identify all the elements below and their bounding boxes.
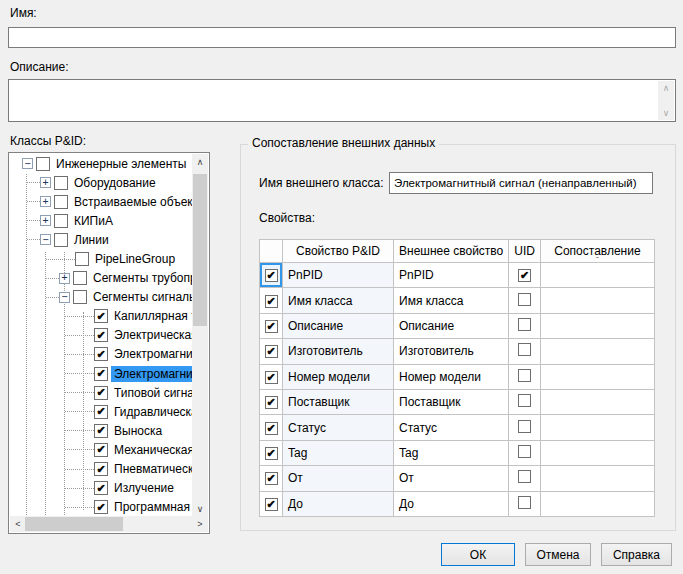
tree-item-checkbox[interactable]: ✔ (94, 386, 108, 400)
tree-item-checkbox[interactable] (54, 233, 68, 247)
expand-icon[interactable]: + (59, 273, 70, 284)
tree-item-checkbox[interactable]: ✔ (94, 309, 108, 323)
mapping-cell[interactable] (540, 491, 654, 516)
mapping-cell[interactable] (540, 389, 654, 414)
external-property-cell[interactable]: PnPID (394, 263, 509, 288)
tree-item-checkbox[interactable]: ✔ (94, 347, 108, 361)
tree-item[interactable]: ✔Механическая связь (10, 440, 194, 459)
tree-item[interactable]: ✔Программная лини (10, 498, 194, 517)
tree-item[interactable]: ✔Гидравлическая лин (10, 402, 194, 421)
ok-button[interactable]: ОК (441, 543, 515, 566)
mapping-cell[interactable] (540, 288, 654, 313)
mapping-cell[interactable] (540, 339, 654, 364)
mapping-cell[interactable] (540, 263, 654, 288)
pid-property-cell[interactable]: Имя класса (283, 288, 394, 313)
column-header[interactable]: Сопоставлениеˇ (540, 240, 654, 263)
mapping-cell[interactable] (540, 313, 654, 338)
mapping-cell[interactable] (540, 440, 654, 465)
tree-item-checkbox[interactable]: ✔ (94, 328, 108, 342)
tree-item[interactable]: +Встраиваемые объекты (10, 192, 194, 211)
tree-item-label[interactable]: Гидравлическая лин (111, 404, 194, 420)
external-property-cell[interactable]: Поставщик (394, 389, 509, 414)
tree-item[interactable]: +КИПиА (10, 211, 194, 230)
tree-item[interactable]: +Сегменты трубопровод (10, 269, 194, 288)
tree-item[interactable]: ✔Типовой сигнал (10, 383, 194, 402)
tree-item[interactable]: ✔Капиллярная трубка (10, 307, 194, 326)
uid-checkbox[interactable] (518, 343, 531, 356)
tree-item-label[interactable]: Сегменты сигнальной л (90, 289, 194, 305)
row-enabled-checkbox[interactable]: ✔ (265, 269, 278, 282)
tree-item-checkbox[interactable] (54, 176, 68, 190)
pid-property-cell[interactable]: Поставщик (283, 389, 394, 414)
tree-item-checkbox[interactable]: ✔ (94, 424, 108, 438)
mapping-cell[interactable] (540, 364, 654, 389)
tree-item-checkbox[interactable]: ✔ (94, 500, 108, 514)
tree-item-checkbox[interactable] (73, 290, 87, 304)
scrollbar-thumb[interactable] (25, 517, 123, 531)
tree-item-checkbox[interactable] (36, 157, 50, 171)
column-header[interactable]: Свойство P&ID (283, 240, 394, 263)
tree-item[interactable]: ✔Излучение (10, 479, 194, 498)
tree-item-checkbox[interactable]: ✔ (94, 367, 108, 381)
tree-horizontal-scrollbar[interactable]: < > (10, 516, 208, 532)
tree-item-label[interactable]: Программная лини (111, 499, 194, 515)
row-enabled-checkbox[interactable]: ✔ (265, 396, 278, 409)
scroll-down-icon[interactable]: ∨ (192, 501, 208, 517)
row-enabled-checkbox[interactable]: ✔ (265, 498, 278, 511)
tree-item-label[interactable]: Электромагнитный (111, 346, 194, 362)
row-enabled-checkbox[interactable]: ✔ (265, 422, 278, 435)
tree-item-checkbox[interactable] (73, 271, 87, 285)
tree-item-label[interactable]: Электрическая лини (111, 327, 194, 343)
external-class-input[interactable] (389, 172, 653, 194)
column-header[interactable]: UID (509, 240, 541, 263)
pid-property-cell[interactable]: PnPID (283, 263, 394, 288)
external-property-cell[interactable]: До (394, 491, 509, 516)
description-textarea[interactable]: ∧ ∨ (8, 79, 676, 122)
tree-item-checkbox[interactable]: ✔ (94, 405, 108, 419)
tree-item[interactable]: ✔Электромагнитный (10, 345, 194, 364)
scroll-right-icon[interactable]: > (192, 516, 208, 532)
row-enabled-checkbox[interactable]: ✔ (265, 345, 278, 358)
scroll-up-icon[interactable]: ∧ (192, 154, 208, 170)
external-property-cell[interactable]: Статус (394, 415, 509, 440)
pid-property-cell[interactable]: До (283, 491, 394, 516)
row-enabled-checkbox[interactable]: ✔ (265, 320, 278, 333)
tree-item-label[interactable]: Инженерные элементы (53, 156, 189, 172)
uid-checkbox[interactable] (518, 470, 531, 483)
pid-property-cell[interactable]: Номер модели (283, 364, 394, 389)
tree-item[interactable]: +Оборудование (10, 173, 194, 192)
tree-item[interactable]: ✔Пневматическая ли (10, 460, 194, 479)
collapse-icon[interactable]: − (59, 292, 70, 303)
classes-tree[interactable]: −Инженерные элементы+Оборудование+Встраи… (8, 152, 210, 534)
tree-item-label[interactable]: Механическая связь (111, 442, 194, 458)
uid-checkbox[interactable] (518, 293, 531, 306)
expand-icon[interactable]: + (40, 177, 51, 188)
scroll-left-icon[interactable]: < (10, 516, 26, 532)
tree-vertical-scrollbar[interactable]: ∧ ∨ (192, 154, 208, 517)
scroll-down-icon[interactable]: ∨ (663, 106, 670, 120)
tree-item-label[interactable]: Излучение (111, 480, 177, 496)
uid-checkbox[interactable] (518, 369, 531, 382)
uid-checkbox[interactable] (518, 394, 531, 407)
tree-item-label[interactable]: Оборудование (71, 175, 159, 191)
collapse-icon[interactable]: − (22, 158, 33, 169)
pid-property-cell[interactable]: Статус (283, 415, 394, 440)
row-enabled-checkbox[interactable]: ✔ (265, 295, 278, 308)
tree-item[interactable]: ✔Электрическая лини (10, 326, 194, 345)
tree-item-label[interactable]: КИПиА (71, 213, 116, 229)
external-property-cell[interactable]: Описание (394, 313, 509, 338)
help-button[interactable]: Справка (601, 543, 672, 566)
name-input[interactable] (8, 27, 676, 48)
external-property-cell[interactable]: Изготовитель (394, 339, 509, 364)
row-enabled-checkbox[interactable]: ✔ (265, 371, 278, 384)
pid-property-cell[interactable]: Описание (283, 313, 394, 338)
tree-item-label[interactable]: PipeLineGroup (92, 251, 178, 267)
expand-icon[interactable]: + (40, 215, 51, 226)
row-enabled-checkbox[interactable]: ✔ (265, 472, 278, 485)
mapping-cell[interactable] (540, 466, 654, 491)
row-enabled-checkbox[interactable]: ✔ (265, 447, 278, 460)
cancel-button[interactable]: Отмена (525, 543, 591, 566)
tree-item-checkbox[interactable] (54, 214, 68, 228)
pid-property-cell[interactable]: Изготовитель (283, 339, 394, 364)
external-property-cell[interactable]: Номер модели (394, 364, 509, 389)
